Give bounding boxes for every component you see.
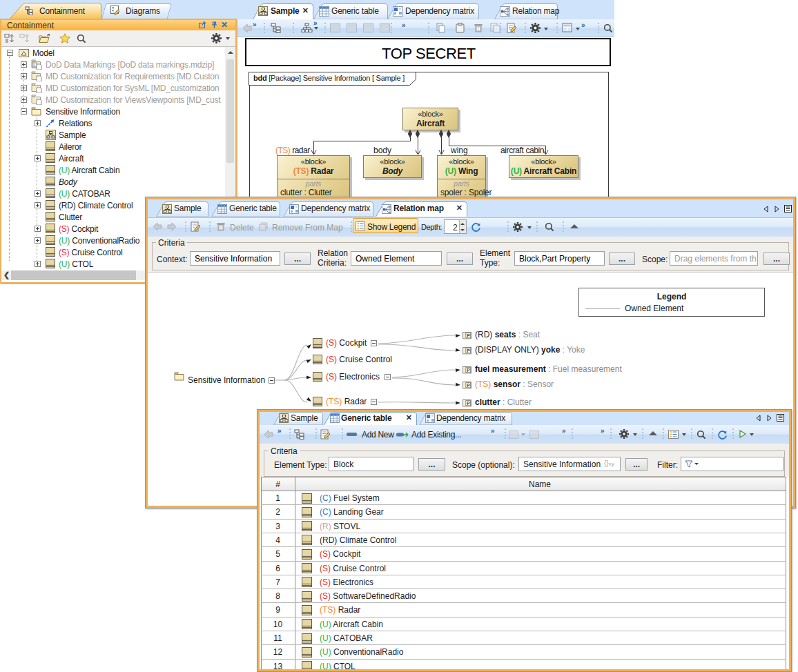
svg-text:P: P [467,333,470,338]
svg-text:P: P [467,401,470,406]
svg-text:P: P [467,348,470,353]
svg-text:P: P [467,368,470,373]
svg-text:P: P [467,383,470,388]
